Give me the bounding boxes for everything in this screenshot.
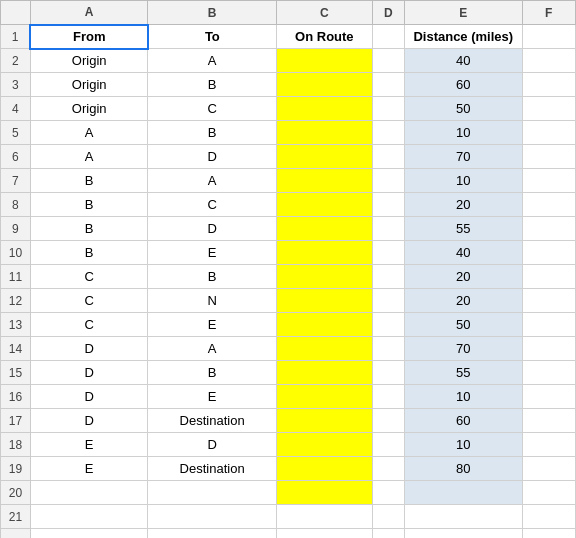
header-d [372,25,404,49]
cell-c[interactable] [276,409,372,433]
cell-e[interactable] [404,529,522,539]
cell-b[interactable]: D [148,433,276,457]
col-header-e[interactable]: E [404,1,522,25]
cell-e[interactable] [404,481,522,505]
cell-c[interactable] [276,289,372,313]
cell-e[interactable]: 20 [404,265,522,289]
cell-c[interactable] [276,505,372,529]
header-distance[interactable]: Distance (miles) [404,25,522,49]
header-to[interactable]: To [148,25,276,49]
cell-a[interactable]: D [30,385,148,409]
cell-a[interactable]: Origin [30,97,148,121]
cell-e[interactable]: 70 [404,337,522,361]
cell-b[interactable] [148,481,276,505]
col-header-b[interactable]: B [148,1,276,25]
cell-e[interactable]: 50 [404,97,522,121]
cell-a[interactable]: C [30,313,148,337]
cell-b[interactable]: A [148,49,276,73]
cell-a[interactable]: B [30,241,148,265]
cell-a[interactable]: Origin [30,73,148,97]
cell-a[interactable]: B [30,169,148,193]
cell-c[interactable] [276,313,372,337]
cell-a[interactable]: D [30,337,148,361]
cell-f [522,121,575,145]
cell-a[interactable] [30,505,148,529]
cell-a[interactable]: B [30,217,148,241]
cell-b[interactable]: E [148,313,276,337]
cell-e[interactable]: 70 [404,145,522,169]
cell-a[interactable]: E [30,433,148,457]
cell-c[interactable] [276,217,372,241]
cell-e[interactable]: 80 [404,457,522,481]
cell-e[interactable]: 55 [404,217,522,241]
cell-e[interactable]: 10 [404,385,522,409]
cell-a[interactable]: E [30,457,148,481]
col-header-a[interactable]: A [30,1,148,25]
table-row: 9 B D 55 [1,217,576,241]
cell-c[interactable] [276,169,372,193]
cell-a[interactable] [30,529,148,539]
cell-c[interactable] [276,529,372,539]
cell-b[interactable]: A [148,169,276,193]
cell-b[interactable]: C [148,97,276,121]
cell-c[interactable] [276,97,372,121]
cell-e[interactable]: 60 [404,409,522,433]
cell-a[interactable] [30,481,148,505]
cell-e[interactable]: 10 [404,169,522,193]
cell-c[interactable] [276,361,372,385]
cell-a[interactable]: A [30,121,148,145]
cell-b[interactable]: B [148,73,276,97]
cell-e[interactable]: 20 [404,193,522,217]
col-header-d[interactable]: D [372,1,404,25]
cell-c[interactable] [276,433,372,457]
header-from[interactable]: From [30,25,148,49]
cell-c[interactable] [276,457,372,481]
cell-a[interactable]: D [30,409,148,433]
cell-b[interactable]: E [148,241,276,265]
cell-b[interactable] [148,505,276,529]
cell-c[interactable] [276,241,372,265]
cell-b[interactable]: Destination [148,457,276,481]
cell-c[interactable] [276,145,372,169]
cell-b[interactable]: A [148,337,276,361]
cell-c[interactable] [276,73,372,97]
cell-b[interactable]: C [148,193,276,217]
cell-c[interactable] [276,49,372,73]
cell-b[interactable]: B [148,361,276,385]
cell-b[interactable]: Destination [148,409,276,433]
cell-c[interactable] [276,385,372,409]
cell-e[interactable]: 60 [404,73,522,97]
cell-a[interactable]: C [30,265,148,289]
col-header-f[interactable]: F [522,1,575,25]
cell-c[interactable] [276,193,372,217]
cell-b[interactable]: D [148,145,276,169]
cell-b[interactable]: N [148,289,276,313]
header-on-route[interactable]: On Route [276,25,372,49]
cell-a[interactable]: C [30,289,148,313]
cell-a[interactable]: A [30,145,148,169]
row-num: 19 [1,457,31,481]
cell-d [372,241,404,265]
cell-e[interactable]: 40 [404,49,522,73]
cell-c[interactable] [276,337,372,361]
cell-a[interactable]: B [30,193,148,217]
cell-e[interactable]: 10 [404,433,522,457]
cell-e[interactable] [404,505,522,529]
cell-e[interactable]: 20 [404,289,522,313]
cell-b[interactable]: B [148,121,276,145]
cell-c[interactable] [276,265,372,289]
cell-e[interactable]: 50 [404,313,522,337]
cell-e[interactable]: 40 [404,241,522,265]
cell-e[interactable]: 10 [404,121,522,145]
cell-b[interactable] [148,529,276,539]
cell-c[interactable] [276,121,372,145]
cell-a[interactable]: Origin [30,49,148,73]
col-header-c[interactable]: C [276,1,372,25]
cell-b[interactable]: B [148,265,276,289]
table-row: 7 B A 10 [1,169,576,193]
cell-b[interactable]: E [148,385,276,409]
cell-e[interactable]: 55 [404,361,522,385]
cell-a[interactable]: D [30,361,148,385]
cell-c[interactable] [276,481,372,505]
cell-b[interactable]: D [148,217,276,241]
